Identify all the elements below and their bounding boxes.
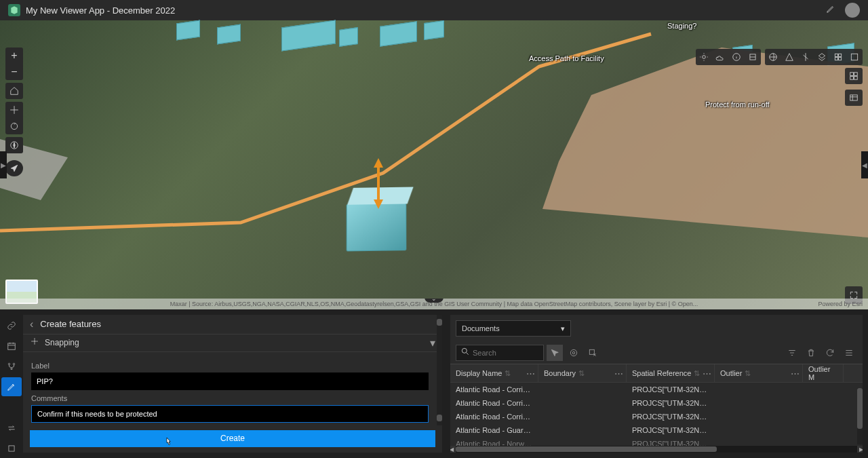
svg-point-19 xyxy=(11,368,12,369)
zoom-out-button[interactable]: − xyxy=(5,64,23,80)
target-icon[interactable] xyxy=(566,345,582,361)
svg-point-17 xyxy=(8,363,9,364)
chevron-down-icon: ▾ xyxy=(561,324,565,333)
svg-rect-20 xyxy=(9,446,14,451)
locate-button[interactable] xyxy=(5,160,23,176)
list-icon[interactable] xyxy=(841,345,857,361)
info-icon[interactable] xyxy=(728,49,745,65)
column-header[interactable]: Outlier⇅⋯ xyxy=(715,364,803,382)
table-row[interactable]: Atlantic Road - Corridor.dwgPROJCS["UTM-… xyxy=(450,410,863,423)
svg-point-0 xyxy=(11,123,17,129)
panel-title: Create features xyxy=(40,319,101,329)
table-header: Display Name⇅⋯ Boundary⇅⋯ Spatial Refere… xyxy=(450,364,863,383)
svg-rect-16 xyxy=(8,343,16,349)
map-viewport[interactable]: Staging? Access Path to Facility Protect… xyxy=(0,20,868,309)
column-header[interactable]: Display Name⇅⋯ xyxy=(450,364,538,382)
measure-icon[interactable] xyxy=(781,49,797,65)
table-icon[interactable] xyxy=(845,90,863,106)
hscroll-left[interactable]: ◀ xyxy=(450,446,456,453)
clear-selection-icon[interactable] xyxy=(585,345,601,361)
svg-rect-10 xyxy=(851,54,857,60)
refresh-icon[interactable] xyxy=(822,345,838,361)
delete-icon[interactable] xyxy=(803,345,819,361)
square-icon[interactable] xyxy=(1,439,22,458)
svg-point-23 xyxy=(570,349,576,356)
swap-icon[interactable] xyxy=(1,419,22,438)
rotate-button[interactable] xyxy=(5,118,23,134)
scrollbar-thumb[interactable] xyxy=(437,415,442,421)
svg-rect-6 xyxy=(835,54,837,56)
svg-point-18 xyxy=(13,363,14,364)
expand-left-handle[interactable]: ▶ xyxy=(0,151,7,178)
top-right-toolbar xyxy=(696,49,863,65)
edit-icon[interactable] xyxy=(826,4,835,16)
snapping-row[interactable]: Snapping ▾ xyxy=(23,335,442,352)
building-feature[interactable] xyxy=(347,203,407,251)
polygon-feature[interactable] xyxy=(542,47,868,237)
branch-icon[interactable] xyxy=(1,357,22,376)
label-input[interactable] xyxy=(31,373,429,390)
map-attribution: ⌄ Maxar | Source: Airbus,USGS,NGA,NASA,C… xyxy=(0,299,868,309)
elevation-icon[interactable] xyxy=(814,49,830,65)
pan-button[interactable] xyxy=(5,102,23,118)
scrollbar-thumb[interactable] xyxy=(437,319,442,326)
weather-icon[interactable] xyxy=(712,49,728,65)
home-button[interactable] xyxy=(5,83,23,99)
compass-button[interactable] xyxy=(5,137,23,153)
panel-back-button[interactable]: ‹ xyxy=(30,318,33,330)
documents-dropdown[interactable]: Documents ▾ xyxy=(456,320,571,337)
table-row[interactable]: Atlantic Road - Guardrail.d...PROJCS["UT… xyxy=(450,423,863,437)
slice-icon[interactable] xyxy=(797,49,814,65)
svg-rect-9 xyxy=(839,58,842,60)
search-box[interactable] xyxy=(456,345,544,361)
svg-rect-15 xyxy=(850,95,858,100)
bottom-panel: ‹ Create features Snapping ▾ Label Comme… xyxy=(0,309,868,458)
hscrollbar-thumb[interactable] xyxy=(456,446,717,452)
table-row[interactable]: Atlantic Road - Corridor Al...PROJCS["UT… xyxy=(450,383,863,396)
bookmark-icon[interactable] xyxy=(830,49,846,65)
select-tool-icon[interactable] xyxy=(547,345,563,361)
calendar-icon[interactable] xyxy=(1,337,22,356)
svg-rect-12 xyxy=(854,73,858,76)
share-icon[interactable] xyxy=(846,49,863,65)
column-header[interactable]: Outlier M xyxy=(803,364,844,382)
grid-icon[interactable] xyxy=(845,68,863,84)
filter-icon[interactable] xyxy=(784,345,800,361)
height-gizmo[interactable] xyxy=(374,158,383,209)
svg-rect-11 xyxy=(850,73,854,76)
svg-point-21 xyxy=(34,341,35,342)
create-button[interactable]: Create xyxy=(30,430,435,447)
comments-field-label: Comments xyxy=(31,394,434,402)
label-field-label: Label xyxy=(31,362,434,370)
user-avatar[interactable] xyxy=(845,3,860,18)
app-header: My New Viewer App - December 2022 xyxy=(0,0,868,20)
bottom-left-sidebar xyxy=(0,309,23,458)
svg-point-22 xyxy=(462,348,467,353)
table-row[interactable]: Atlantic Road - Corridor S...PROJCS["UTM… xyxy=(450,396,863,410)
svg-rect-13 xyxy=(850,77,854,80)
app-title: My New Viewer App - December 2022 xyxy=(26,5,175,16)
basemap-icon[interactable] xyxy=(765,49,781,65)
hscroll-right[interactable]: ▶ xyxy=(857,446,863,453)
comments-input[interactable] xyxy=(31,405,429,423)
search-input[interactable] xyxy=(473,349,539,357)
svg-point-2 xyxy=(703,56,706,59)
map-label-staging: Staging? xyxy=(667,22,696,30)
column-header[interactable]: Spatial Reference⇅⋯ xyxy=(627,364,715,382)
create-features-panel: ‹ Create features Snapping ▾ Label Comme… xyxy=(23,315,442,453)
svg-rect-7 xyxy=(839,54,842,56)
zoom-in-button[interactable]: + xyxy=(5,47,23,64)
left-toolbar: + − xyxy=(5,47,23,176)
layers-icon[interactable] xyxy=(745,49,761,65)
svg-point-24 xyxy=(572,351,575,354)
vscrollbar-thumb[interactable] xyxy=(857,388,863,429)
edit-feature-icon[interactable] xyxy=(1,377,22,396)
link-icon[interactable] xyxy=(1,316,22,335)
daylight-icon[interactable] xyxy=(696,49,712,65)
expand-right-handle[interactable]: ◀ xyxy=(861,151,868,178)
svg-rect-14 xyxy=(854,77,858,80)
search-icon xyxy=(460,347,470,359)
svg-rect-8 xyxy=(835,58,837,60)
documents-panel: Documents ▾ Display Name⇅⋯ Boundary⇅⋯ Sp… xyxy=(450,315,863,453)
column-header[interactable]: Boundary⇅⋯ xyxy=(538,364,627,382)
